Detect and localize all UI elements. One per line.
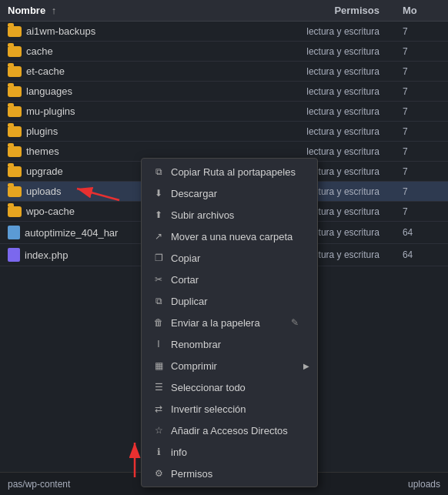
folder-icon: [8, 166, 22, 177]
permission-cell: lectura y escritura: [224, 122, 395, 142]
pencil-icon: ✎: [291, 317, 299, 328]
menu-item-label: Invertir selección: [171, 403, 246, 415]
menu-item-label: Descargar: [171, 188, 217, 199]
mod-cell: 7: [395, 42, 448, 62]
context-menu-item-download[interactable]: ⬇Descargar: [142, 182, 317, 204]
status-selected: uploads: [408, 479, 440, 490]
menu-item-label: Permisos: [171, 468, 212, 480]
context-menu-item-duplicate[interactable]: ⧉Duplicar: [142, 290, 317, 312]
context-menu-item-select-all[interactable]: ☰Seleccionar todo: [142, 376, 317, 398]
copy-path-icon: ⧉: [152, 166, 165, 178]
info-icon: ℹ: [152, 446, 165, 458]
context-menu-item-star[interactable]: ☆Añadir a Accesos Directos: [142, 420, 317, 441]
menu-item-label: Añadir a Accesos Directos: [171, 425, 288, 436]
star-icon: ☆: [152, 424, 165, 436]
table-header-row: Nombre ↑ Permisos Mo: [0, 0, 448, 22]
folder-icon: [8, 206, 22, 217]
duplicate-icon: ⧉: [152, 295, 165, 307]
mod-cell: 7: [395, 22, 448, 42]
mod-cell: 7: [395, 202, 448, 222]
mod-cell: 7: [395, 102, 448, 122]
menu-item-label: Cortar: [171, 274, 199, 286]
context-menu-item-gear[interactable]: ⚙Permisos: [142, 463, 317, 484]
column-nombre[interactable]: Nombre ↑: [0, 0, 224, 22]
file-name-label: uploads: [26, 186, 62, 197]
folder-icon: [8, 186, 22, 197]
table-row[interactable]: mu-pluginslectura y escritura7: [0, 102, 448, 122]
folder-icon: [8, 86, 22, 97]
menu-item-label: info: [171, 447, 187, 458]
folder-icon: [8, 106, 22, 117]
file-name-label: mu-plugins: [26, 105, 75, 117]
menu-item-label: Enviar a la papelera: [171, 317, 260, 329]
folder-icon: [8, 146, 22, 157]
context-menu-item-copy[interactable]: ❐Copiar: [142, 247, 317, 269]
mod-cell: 7: [395, 182, 448, 202]
download-icon: ⬇: [152, 187, 165, 199]
permission-cell: lectura y escritura: [224, 22, 395, 42]
folder-icon: [8, 46, 22, 57]
file-name-label: wpo-cache: [26, 206, 75, 217]
table-row[interactable]: languageslectura y escritura7: [0, 82, 448, 102]
file-name-cell: languages: [0, 82, 224, 101]
table-row[interactable]: et-cachelectura y escritura7: [0, 62, 448, 82]
menu-item-label: Copiar Ruta al portapapeles: [171, 166, 296, 178]
file-icon: [8, 226, 20, 239]
menu-item-label: Subir archivos: [171, 209, 234, 221]
context-menu: ⧉Copiar Ruta al portapapeles⬇Descargar⬆S…: [141, 158, 318, 487]
permission-cell: lectura y escritura: [224, 102, 395, 122]
file-name-label: et-cache: [26, 65, 65, 77]
permission-cell: lectura y escritura: [224, 82, 395, 102]
compress-icon: ▦: [152, 360, 165, 372]
menu-item-label: Copiar: [171, 253, 200, 264]
upload-icon: ⬆: [152, 209, 165, 221]
menu-item-label: Seleccionar todo: [171, 382, 246, 393]
status-path: pas/wp-content: [8, 479, 70, 490]
gear-icon: ⚙: [152, 467, 165, 480]
folder-icon: [8, 26, 22, 37]
context-menu-item-cut[interactable]: ✂Cortar: [142, 269, 317, 290]
file-name-cell: mu-plugins: [0, 102, 224, 121]
folder-icon: [8, 126, 22, 137]
context-menu-item-invert[interactable]: ⇄Invertir selección: [142, 398, 317, 420]
sort-arrow-icon: ↑: [52, 5, 57, 16]
context-menu-item-compress[interactable]: ▦Comprimir: [142, 355, 317, 376]
context-menu-item-upload[interactable]: ⬆Subir archivos: [142, 204, 317, 226]
rename-icon: I: [152, 338, 165, 350]
mod-cell: 64: [395, 244, 448, 266]
permission-cell: lectura y escritura: [224, 62, 395, 82]
file-name-cell: cache: [0, 42, 224, 61]
file-name-cell: plugins: [0, 122, 224, 141]
mod-cell: 7: [395, 162, 448, 182]
file-name-cell: et-cache: [0, 62, 224, 81]
context-menu-item-rename[interactable]: IRenombrar: [142, 333, 317, 355]
mod-cell: 7: [395, 82, 448, 102]
table-row[interactable]: cachelectura y escritura7: [0, 42, 448, 62]
file-name-label: autoptimize_404_har: [25, 227, 118, 239]
menu-item-label: Mover a una nueva carpeta: [171, 231, 293, 242]
file-name-label: cache: [26, 45, 53, 57]
file-name-label: index.php: [25, 249, 68, 261]
mod-cell: 7: [395, 122, 448, 142]
file-name-label: plugins: [26, 125, 58, 137]
folder-icon: [8, 66, 22, 77]
mod-cell: 7: [395, 62, 448, 82]
trash-icon: 🗑: [152, 316, 165, 329]
table-row[interactable]: pluginslectura y escritura7: [0, 122, 448, 142]
context-menu-item-trash[interactable]: 🗑Enviar a la papelera✎: [142, 312, 317, 333]
context-menu-item-info[interactable]: ℹinfo: [142, 441, 317, 463]
context-menu-item-move[interactable]: ↗Mover a una nueva carpeta: [142, 226, 317, 247]
column-permisos[interactable]: Permisos: [224, 0, 395, 22]
column-mod[interactable]: Mo: [395, 0, 448, 22]
permission-cell: lectura y escritura: [224, 42, 395, 62]
file-name-label: ai1wm-backups: [26, 25, 95, 37]
table-row[interactable]: ai1wm-backupslectura y escritura7: [0, 22, 448, 42]
php-file-icon: [8, 248, 20, 262]
file-name-label: languages: [26, 85, 72, 97]
file-name-label: themes: [26, 145, 59, 157]
invert-icon: ⇄: [152, 403, 165, 415]
file-name-cell: ai1wm-backups: [0, 22, 224, 41]
menu-item-label: Comprimir: [171, 360, 217, 372]
mod-cell: 7: [395, 142, 448, 162]
context-menu-item-copy-path[interactable]: ⧉Copiar Ruta al portapapeles: [142, 161, 317, 182]
